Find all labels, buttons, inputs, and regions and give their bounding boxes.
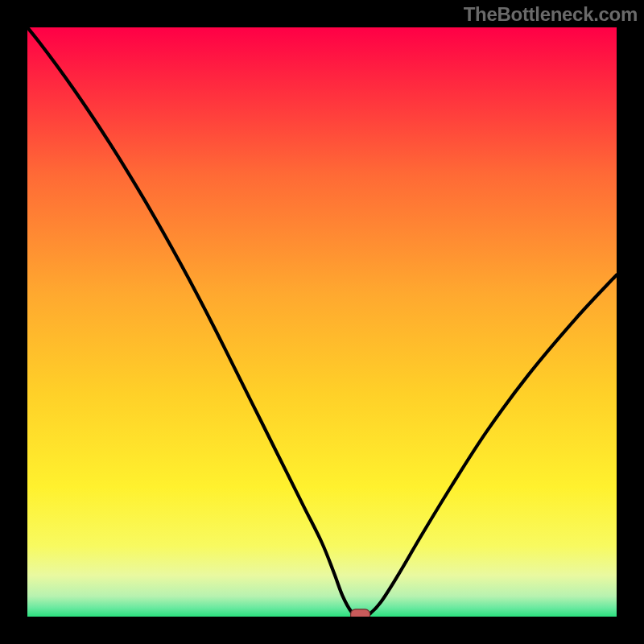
chart-svg — [0, 0, 644, 644]
gradient-background — [27, 27, 617, 617]
watermark-text: TheBottleneck.com — [464, 3, 638, 26]
bottleneck-chart: TheBottleneck.com — [0, 0, 644, 644]
